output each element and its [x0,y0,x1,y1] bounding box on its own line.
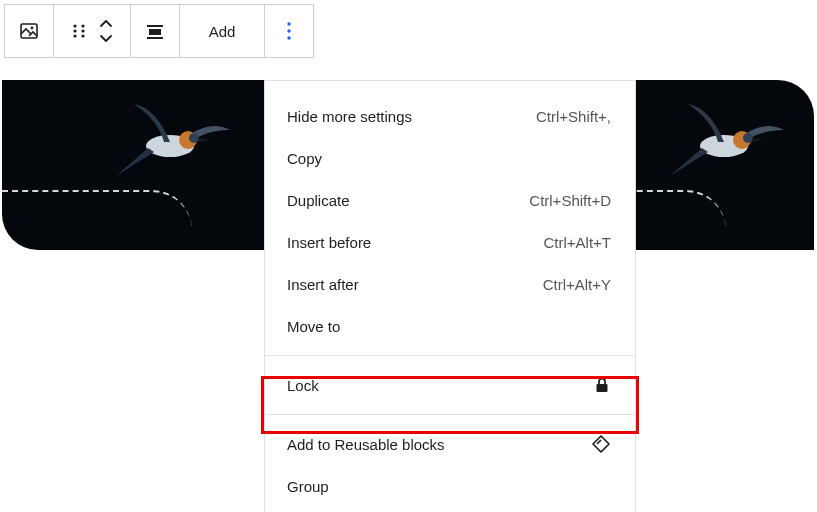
svg-rect-8 [147,25,163,27]
svg-point-2 [73,24,76,27]
menu-item-label: Add to Reusable blocks [287,436,445,453]
menu-item-copy[interactable]: Copy [265,137,635,179]
menu-item-label: Hide more settings [287,108,412,125]
decorative-trail [2,190,192,232]
menu-item-shortcut: Ctrl+Shift+, [536,108,611,125]
menu-item-move-to[interactable]: Move to [265,305,635,347]
block-toolbar: Add [4,4,314,58]
menu-item-label: Move to [287,318,340,335]
svg-point-11 [287,22,290,25]
menu-item-label: Duplicate [287,192,350,209]
svg-point-3 [81,24,84,27]
menu-separator [265,414,635,415]
menu-item-duplicate[interactable]: Duplicate Ctrl+Shift+D [265,179,635,221]
menu-separator [265,355,635,356]
svg-point-5 [81,29,84,32]
svg-point-7 [81,34,84,37]
more-options-button[interactable] [265,5,313,57]
alignment-button[interactable] [131,5,180,57]
image-icon [17,19,41,43]
svg-rect-9 [149,29,161,35]
svg-point-16 [189,133,199,143]
align-icon [143,19,167,43]
menu-item-insert-after[interactable]: Insert after Ctrl+Alt+Y [265,263,635,305]
svg-point-13 [287,36,290,39]
menu-item-group[interactable]: Group [265,465,635,507]
menu-item-label: Group [287,478,329,495]
drag-and-move-group [54,5,131,57]
menu-item-insert-before[interactable]: Insert before Ctrl+Alt+T [265,221,635,263]
block-type-button[interactable] [5,5,54,57]
svg-point-1 [31,27,34,30]
more-vertical-icon [277,19,301,43]
add-button-label: Add [209,23,236,40]
menu-item-shortcut: Ctrl+Alt+Y [543,276,611,293]
menu-item-lock[interactable]: Lock [265,364,635,406]
svg-point-12 [287,29,290,32]
reusable-icon [591,434,611,454]
move-up-down-icon[interactable] [97,18,115,44]
svg-rect-20 [597,384,608,392]
menu-item-label: Insert before [287,234,371,251]
menu-item-reusable[interactable]: Add to Reusable blocks [265,423,635,465]
drag-handle-icon[interactable] [69,21,89,41]
svg-point-6 [73,34,76,37]
svg-rect-10 [147,37,163,39]
bird-illustration [108,98,238,188]
menu-item-label: Insert after [287,276,359,293]
add-button[interactable]: Add [180,5,265,57]
menu-item-shortcut: Ctrl+Alt+T [543,234,611,251]
menu-item-label: Copy [287,150,322,167]
menu-item-label: Lock [287,377,319,394]
block-options-menu: Hide more settings Ctrl+Shift+, Copy Dup… [264,80,636,512]
bird-illustration [662,98,792,188]
menu-item-shortcut: Ctrl+Shift+D [529,192,611,209]
svg-point-19 [743,133,753,143]
lock-icon [593,376,611,394]
svg-point-4 [73,29,76,32]
menu-item-hide-settings[interactable]: Hide more settings Ctrl+Shift+, [265,95,635,137]
